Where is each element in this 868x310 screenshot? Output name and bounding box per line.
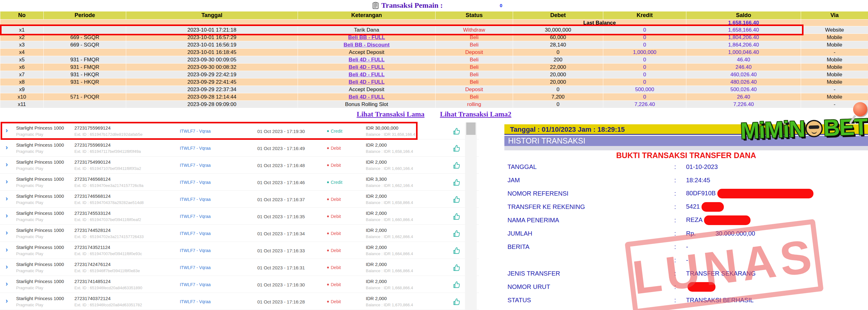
currency-prefix: Rp. — [686, 230, 715, 237]
cell-via: Mobile — [801, 93, 868, 101]
type-dot-icon — [327, 250, 329, 251]
receipt-field: JENIS TRANSFER:TRANSFER SEKARANG — [504, 267, 868, 280]
cell-kredit: 0 — [603, 64, 686, 71]
cell-status: Withdraw — [436, 26, 513, 34]
transaction-type-badge: Debit — [327, 214, 341, 219]
transactions-table: No Periode Tanggal Keterangan Status Deb… — [0, 11, 868, 108]
cell-debet: 60,000 — [513, 34, 603, 41]
chevron-right-icon[interactable]: › — [6, 229, 8, 237]
thumbs-up-icon[interactable] — [452, 212, 461, 223]
table-row: x42023-10-01 16:18:45Accept DepositDepos… — [0, 49, 868, 56]
transaction-id: 27231754990124 — [74, 159, 177, 165]
cell-saldo: 500,026.40 — [686, 86, 801, 93]
field-value: TRANSFER SEKARANG — [686, 270, 755, 277]
chevron-right-icon[interactable]: › — [6, 212, 8, 220]
reference-link[interactable]: ITWLF7 - Vqraa — [180, 265, 211, 270]
reference-link[interactable]: ITWLF7 - Vqraa — [180, 214, 211, 219]
chevron-right-icon[interactable]: › — [6, 144, 8, 152]
game-name-cell: Starlight Princess 1000Pragmatic Play — [16, 142, 75, 154]
game-name-cell: Starlight Princess 1000Pragmatic Play — [16, 211, 75, 222]
keterangan-link[interactable]: Beli 4D - FULL — [348, 79, 384, 85]
reference-link[interactable]: ITWLF7 - Vqraa — [180, 180, 211, 185]
field-value: REZA — [686, 215, 750, 225]
reference-link[interactable]: ITWLF7 - Vqraa — [180, 146, 211, 151]
chevron-right-icon[interactable]: › — [6, 126, 8, 134]
receipt-fields: TANGGAL:01-10-2023JAM:18:24:45NOMOR REFE… — [504, 160, 868, 307]
thumbs-up-icon[interactable] — [452, 161, 461, 172]
reference-link[interactable]: ITWLF7 - Vqraa — [180, 163, 211, 168]
field-label: STATUS — [504, 297, 674, 304]
reference-link[interactable]: ITWLF7 - Vqraa — [180, 282, 211, 287]
transaction-id-cell: 27231740372124Ext. ID : 651946fccd20a84d… — [74, 296, 177, 307]
thumbs-up-icon[interactable] — [452, 246, 461, 257]
external-id: Ext. ID : 651946fccd20a84d63351782 — [74, 303, 177, 307]
thumbs-up-icon[interactable] — [452, 297, 461, 308]
cell-no: x3 — [0, 41, 44, 49]
chevron-right-icon[interactable]: › — [6, 280, 8, 288]
transaction-id-cell: 27231746568124Ext. ID : 65194704378a2928… — [74, 193, 177, 205]
field-text: 01-10-2023 — [686, 163, 718, 170]
keterangan-link[interactable]: Beli BB - FULL — [348, 34, 385, 40]
header-periode: Periode — [44, 11, 126, 20]
bottom-section: ›Starlight Princess 1000Pragmatic Play27… — [0, 122, 868, 310]
cell-status: Deposit — [436, 49, 513, 56]
reference-link[interactable]: ITWLF7 - Vqraa — [180, 299, 211, 304]
chevron-right-icon[interactable]: › — [6, 178, 8, 186]
chevron-right-icon[interactable]: › — [6, 161, 8, 168]
keterangan-link[interactable]: Beli 4D - FULL — [348, 64, 384, 70]
transaction-id: 27231755969124 — [74, 125, 177, 130]
transaction-balance: Balance : IDR 31,658,166.4 — [366, 132, 440, 137]
thumbs-up-icon[interactable] — [452, 229, 461, 240]
table-row: x6931 - FMQR2023-09-30 00:08:32Beli 4D -… — [0, 64, 868, 71]
list-item: ›Starlight Princess 1000Pragmatic Play27… — [0, 140, 479, 157]
transaction-datetime: 01 Oct 2023 - 17:16:49 — [257, 146, 305, 151]
cell-debet: 200 — [513, 56, 603, 64]
cell-tanggal: 2023-09-29 22:42:19 — [126, 71, 298, 79]
transaction-amount: IDR 2,000 — [366, 159, 440, 165]
list-item: ›Starlight Princess 1000Pragmatic Play27… — [0, 259, 479, 276]
game-name: Starlight Princess 1000 — [16, 142, 75, 148]
game-name-cell: Starlight Princess 1000Pragmatic Play — [16, 296, 75, 307]
thumbs-up-icon[interactable] — [452, 178, 461, 188]
logo-text-left: MiMiN — [740, 116, 805, 144]
external-id: Ext. ID : 651947117bef39411f8f0f49a — [74, 149, 177, 154]
thumbs-up-icon[interactable] — [452, 127, 461, 137]
field-value: 80DF910B — [686, 189, 813, 198]
thumbs-up-icon[interactable] — [452, 280, 461, 291]
thumbs-up-icon[interactable] — [452, 195, 461, 206]
transaction-id-cell: 27231743521124Ext. ID : 651947007bef3941… — [74, 245, 177, 256]
scrollbar-thumb[interactable] — [466, 122, 475, 135]
chevron-right-icon[interactable]: › — [6, 195, 8, 203]
transaction-datetime: 01 Oct 2023 - 17:19:30 — [257, 129, 305, 134]
reference-link[interactable]: ITWLF7 - Vqraa — [180, 248, 211, 253]
transaction-id-cell: 27231744528124Ext. ID : 65194702e3a21741… — [74, 227, 177, 239]
thumbs-up-icon[interactable] — [452, 144, 461, 154]
thumbs-up-icon[interactable] — [452, 263, 461, 274]
reference-link[interactable]: ITWLF7 - Vqraa — [180, 231, 211, 236]
table-row: x92023-09-29 22:37:34Accept DepositDepos… — [0, 86, 868, 93]
game-provider: Pragmatic Play — [16, 183, 75, 188]
cell-kredit: 0 — [603, 41, 686, 49]
game-name-cell: Starlight Princess 1000Pragmatic Play — [16, 279, 75, 290]
chevron-right-icon[interactable]: › — [6, 297, 8, 305]
cell-saldo: 1,804,206.40 — [686, 34, 801, 41]
reference-link[interactable]: ITWLF7 - Vqraa — [180, 197, 211, 202]
keterangan-link[interactable]: Beli 4D - FULL — [348, 94, 384, 100]
cell-debet: 7,200 — [513, 93, 603, 101]
chevron-right-icon[interactable]: › — [6, 263, 8, 271]
lihat-transaksi-lama2-link[interactable]: Lihat Transaksi Lama2 — [440, 111, 511, 118]
reference-link[interactable]: ITWLF7 - Vqraa — [180, 129, 211, 134]
keterangan-link[interactable]: Beli 4D - FULL — [348, 72, 384, 78]
type-dot-icon — [327, 198, 329, 200]
table-row: x3669 - SGQR2023-10-01 16:56:19Beli BB -… — [0, 41, 868, 49]
transaction-balance: Balance : IDR 1,666,866.4 — [366, 269, 440, 273]
keterangan-link[interactable]: Beli 4D - FULL — [348, 57, 384, 63]
cell-saldo: 480,026.40 — [686, 79, 801, 86]
keterangan-link[interactable]: Beli BB - Discount — [343, 42, 390, 48]
transaction-datetime: 01 Oct 2023 - 17:16:28 — [257, 299, 305, 304]
game-name-cell: Starlight Princess 1000Pragmatic Play — [16, 125, 75, 137]
lihat-transaksi-lama-link[interactable]: Lihat Transaksi Lama — [356, 111, 424, 118]
transaction-datetime: 01 Oct 2023 - 17:16:37 — [257, 197, 305, 202]
transaction-datetime: 01 Oct 2023 - 17:16:33 — [257, 248, 305, 253]
chevron-right-icon[interactable]: › — [6, 246, 8, 254]
